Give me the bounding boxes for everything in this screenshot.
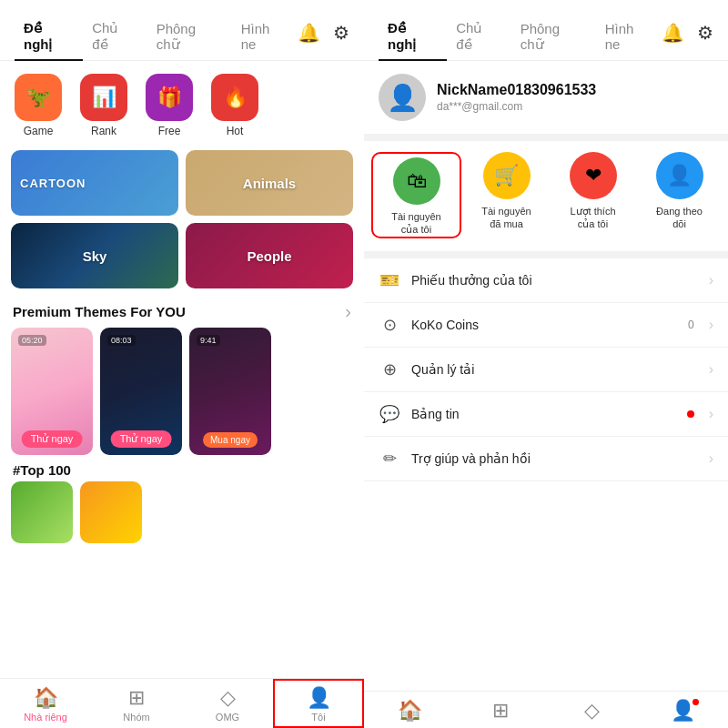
theme-thumb-2[interactable]: 08:03 Thử ngay <box>100 328 182 455</box>
bottom-nav-nhom[interactable]: ⊞ Nhóm <box>91 679 182 728</box>
chevron-support-icon: › <box>709 450 713 467</box>
category-hot[interactable]: 🔥 Hot <box>211 74 258 137</box>
banner-animals[interactable]: Animals <box>186 150 353 216</box>
thumb-time-3: 9:41 <box>197 335 220 346</box>
rbn-omg[interactable]: ◇ <box>546 692 637 728</box>
right-top-nav: Đề nghị Chủ đề Phông chữ Hình ne 🔔 ⚙ <box>364 0 728 61</box>
qa-following[interactable]: 👤 Đang theodõi <box>638 152 721 238</box>
tab-phong-chu[interactable]: Phông chữ <box>147 14 232 60</box>
bottom-nav-omg-label: OMG <box>216 712 239 723</box>
game-icon: 🦖 <box>15 74 62 121</box>
qa-following-icon: 👤 <box>656 152 703 199</box>
free-icon: 🎁 <box>146 74 193 121</box>
rbn-toi-dot <box>693 699 699 705</box>
banner-people-label: People <box>247 248 291 264</box>
chevron-bangtin-icon: › <box>709 406 713 422</box>
omg-icon: ◇ <box>220 686 236 710</box>
menu-list: 🎫 Phiếu thưởng của tôi › ⊙ KoKo Coins 0 … <box>364 258 728 691</box>
category-rank-label: Rank <box>91 125 116 137</box>
top100-item-2[interactable] <box>80 481 142 543</box>
banner-people[interactable]: People <box>186 223 353 288</box>
rbn-nhom-icon: ⊞ <box>492 699 509 723</box>
thumb-time-2: 08:03 <box>107 335 136 346</box>
right-bell-icon[interactable]: 🔔 <box>662 22 684 44</box>
right-tab-de-nghi[interactable]: Đề nghị <box>379 13 447 60</box>
qa-purchased[interactable]: 🛒 Tài nguyênđã mua <box>465 152 548 238</box>
banner-cartoon[interactable]: CARTOON <box>11 150 178 216</box>
bottom-nav-omg[interactable]: ◇ OMG <box>182 679 273 728</box>
tab-hinh-ne[interactable]: Hình ne <box>232 14 298 59</box>
download-icon: ⊕ <box>379 359 400 379</box>
left-panel: Đề nghị Chủ đề Phông chữ Hình ne 🔔 ⚙ 🦖 G… <box>0 0 364 728</box>
bangtin-icon: 💬 <box>379 404 400 424</box>
left-top-nav: Đề nghị Chủ đề Phông chữ Hình ne 🔔 ⚙ <box>0 0 364 61</box>
top100-header: #Top 100 <box>0 455 364 481</box>
bell-icon[interactable]: 🔔 <box>298 22 320 44</box>
rbn-nhom[interactable]: ⊞ <box>455 692 546 728</box>
rbn-toi-icon: 👤 <box>671 699 695 722</box>
profile-name: NickName01830961533 <box>437 82 596 98</box>
koko-icon: ⊙ <box>379 315 400 335</box>
banner-cartoon-label: CARTOON <box>20 177 86 190</box>
qa-my-resources-icon: 🛍 <box>393 157 440 205</box>
theme-thumb-3[interactable]: 9:41 Mua ngay <box>189 328 271 455</box>
top100-item-1[interactable] <box>11 481 73 543</box>
menu-support[interactable]: ✏ Trợ giúp và phản hồi › <box>364 437 728 481</box>
banner-sky[interactable]: Sky <box>11 223 178 288</box>
bottom-nav-toi[interactable]: 👤 Tôi <box>273 679 364 728</box>
qa-purchased-icon: 🛒 <box>483 152 531 199</box>
rbn-toi[interactable]: 👤 <box>637 692 728 728</box>
right-tab-phong-chu[interactable]: Phông chữ <box>511 14 596 60</box>
try-btn-2[interactable]: Thử ngay <box>111 430 172 448</box>
toi-icon: 👤 <box>307 686 331 710</box>
right-settings-icon[interactable]: ⚙ <box>697 22 713 44</box>
theme-thumb-1[interactable]: 05:20 Thử ngay <box>11 328 93 455</box>
qa-my-resources[interactable]: 🛍 Tài nguyêncủa tôi <box>371 152 461 238</box>
profile-card: 👤 NickName01830961533 da***@gmail.com <box>364 61 728 134</box>
qa-liked[interactable]: ❤ Lượt thíchcủa tôi <box>551 152 634 238</box>
premium-section-header: Premium Themes For YOU › <box>0 296 364 328</box>
menu-bangtin-label: Bảng tin <box>411 407 676 421</box>
right-panel: Đề nghị Chủ đề Phông chữ Hình ne 🔔 ⚙ 👤 N… <box>364 0 728 728</box>
premium-more[interactable]: › <box>345 301 351 322</box>
try-btn-1[interactable]: Thử ngay <box>22 430 83 448</box>
buy-btn-3[interactable]: Mua ngay <box>203 432 258 448</box>
right-tab-chu-de[interactable]: Chủ đề <box>447 13 511 60</box>
settings-icon[interactable]: ⚙ <box>333 22 349 44</box>
qa-purchased-label: Tài nguyênđã mua <box>481 205 531 231</box>
home-icon: 🏠 <box>34 686 58 710</box>
menu-koko[interactable]: ⊙ KoKo Coins 0 › <box>364 303 728 348</box>
category-rank[interactable]: 📊 Rank <box>80 74 127 137</box>
bottom-nav-home[interactable]: 🏠 Nhà riêng <box>0 679 91 728</box>
right-bottom-nav: 🏠 ⊞ ◇ 👤 <box>364 691 728 728</box>
themes-row: 05:20 Thử ngay 08:03 Thử ngay 9:41 Mua n… <box>0 328 364 455</box>
banner-sky-label: Sky <box>83 248 107 264</box>
voucher-icon: 🎫 <box>379 270 400 290</box>
right-nav-icons: 🔔 ⚙ <box>662 22 713 51</box>
rank-icon: 📊 <box>80 74 127 121</box>
category-hot-label: Hot <box>227 125 244 137</box>
category-game-label: Game <box>24 125 54 137</box>
menu-bangtin[interactable]: 💬 Bảng tin › <box>364 392 728 437</box>
menu-support-label: Trợ giúp và phản hồi <box>411 451 698 466</box>
category-game[interactable]: 🦖 Game <box>15 74 62 137</box>
quick-actions: 🛍 Tài nguyêncủa tôi 🛒 Tài nguyênđã mua ❤… <box>364 141 728 251</box>
profile-info: NickName01830961533 da***@gmail.com <box>437 82 596 113</box>
rbn-omg-icon: ◇ <box>584 699 600 723</box>
banners-grid: CARTOON Animals Sky People <box>0 150 364 296</box>
category-free[interactable]: 🎁 Free <box>146 74 193 137</box>
avatar: 👤 <box>379 74 426 121</box>
banner-animals-label: Animals <box>243 176 296 191</box>
tab-chu-de[interactable]: Chủ đề <box>83 13 147 60</box>
bottom-nav-nhom-label: Nhóm <box>123 712 149 723</box>
support-icon: ✏ <box>379 449 400 469</box>
rbn-home-icon: 🏠 <box>398 699 422 723</box>
rbn-toi-icon-wrap: 👤 <box>671 699 695 723</box>
menu-download[interactable]: ⊕ Quản lý tải › <box>364 348 728 392</box>
koko-badge: 0 <box>688 318 694 331</box>
rbn-home[interactable]: 🏠 <box>364 692 455 728</box>
right-tab-hinh-ne[interactable]: Hình ne <box>596 14 662 59</box>
menu-koko-label: KoKo Coins <box>411 318 677 332</box>
menu-voucher[interactable]: 🎫 Phiếu thưởng của tôi › <box>364 258 728 303</box>
tab-de-nghi[interactable]: Đề nghị <box>15 13 83 60</box>
